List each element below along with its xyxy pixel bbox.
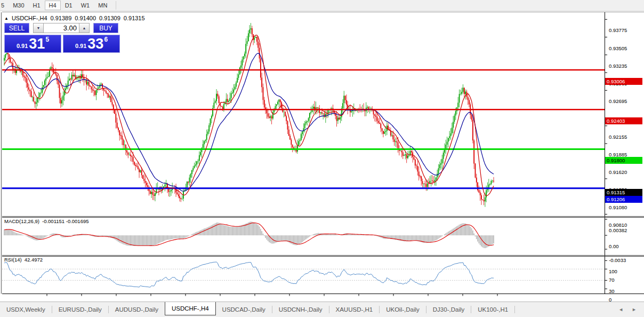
tab-usdchf-h4[interactable]: USDCHF-,H4	[165, 302, 216, 315]
macd-name: MACD(12,26,9)	[4, 218, 39, 224]
timeframe-mn-button[interactable]: MN	[94, 1, 111, 10]
price-tick-label: 0.93505	[609, 45, 627, 51]
rsi-tick-label: 30	[609, 288, 615, 294]
price-tick-label: 0.93775	[609, 27, 627, 33]
price-tick-label: 0.92155	[609, 134, 627, 140]
tabs-scroll-left-icon[interactable]: ◄	[618, 307, 623, 312]
timeframe-h4-button[interactable]: H4	[45, 1, 61, 10]
chart-area[interactable]: ▲ USDCHF-,H4 0.91389 0.91400 0.91309 0.9…	[0, 11, 644, 302]
tab-dj30-daily[interactable]: DJ30-,Daily	[426, 302, 471, 317]
chart-symbol-label: USDCHF-,H4	[12, 15, 47, 21]
timeframe-h1-button[interactable]: H1	[29, 1, 45, 10]
macd-pane-label: MACD(12,26,9) -0.001151 -0.001695	[4, 218, 89, 224]
price-tick-label: 0.91080	[609, 204, 627, 210]
tabs-scroll-right-icon[interactable]: ►	[632, 307, 637, 312]
timeframe-w1-button[interactable]: W1	[77, 1, 94, 10]
tab-audusd-daily[interactable]: AUDUSD-,Daily	[109, 302, 165, 317]
trading-platform-window: 5 M30 H1 H4 D1 W1 MN ▲ USDCHF-,H4 0.9138…	[0, 0, 644, 317]
timeframe-d1-button[interactable]: D1	[61, 1, 77, 10]
tab-ukoil-daily[interactable]: UKOil-,Daily	[380, 302, 426, 317]
price-level-badge: 0.91315	[605, 189, 642, 196]
sell-price-pips: 31	[29, 37, 45, 51]
ohlc-high: 0.91400	[75, 15, 96, 21]
rsi-name: RSI(14)	[4, 257, 22, 263]
price-level-badge: 0.93006	[605, 78, 642, 85]
price-tick-label: 0.91620	[609, 169, 627, 175]
rsi-value: 42.4972	[25, 257, 43, 263]
buy-button[interactable]: BUY	[93, 23, 118, 33]
tab-usdx-weekly[interactable]: USDX,Weekly	[0, 302, 52, 317]
macd-values: -0.001151 -0.001695	[42, 218, 89, 224]
tab-eurusd-daily[interactable]: EURUSD-,Daily	[52, 302, 108, 317]
toolbar-separator	[116, 1, 116, 10]
price-level-badge: 0.91800	[605, 157, 642, 164]
buy-price-prefix: 0.91	[75, 43, 86, 49]
ohlc-open: 0.91389	[51, 15, 72, 21]
price-level-badge: 0.91206	[605, 196, 642, 203]
one-click-trade-panel: SELL ▼ 3.00 ▲ BUY 0.91 31 5 0	[4, 23, 122, 53]
tab-usdcad-daily[interactable]: USDCAD-,Daily	[216, 302, 272, 317]
rsi-tick-label: 100	[609, 268, 617, 274]
buy-price-pips: 33	[87, 37, 103, 51]
price-tick-label: 0.92695	[609, 98, 627, 104]
tab-usdcnh-daily[interactable]: USDCNH-,Daily	[272, 302, 329, 317]
price-level-badge: 0.92403	[605, 117, 642, 124]
rsi-pane-label: RSI(14) 42.4972	[4, 257, 43, 263]
tab-xauusd-h1[interactable]: XAUUSD-,H1	[329, 302, 380, 317]
macd-tick-label: 0.00382	[609, 227, 627, 233]
price-chart-canvas[interactable]	[0, 11, 644, 302]
rsi-tick-label: 70	[609, 277, 615, 283]
buy-price-point: 6	[104, 36, 108, 43]
timeframe-m30-button[interactable]: M30	[9, 1, 28, 10]
sell-price-point: 5	[45, 36, 49, 43]
buy-price-button[interactable]: 0.91 33 6	[63, 35, 120, 53]
symbol-up-triangle-icon: ▲	[4, 16, 9, 21]
tab-uk100-h1[interactable]: UK100-,H1	[471, 302, 514, 317]
macd-tick-label: 0.00	[609, 243, 619, 249]
ohlc-close: 0.91315	[124, 15, 145, 21]
volume-input[interactable]: 3.00	[44, 23, 79, 33]
volume-decrease-button[interactable]: ▼	[33, 23, 44, 33]
arrow-down-icon: ▼	[37, 26, 41, 30]
price-tick-label: 0.93235	[609, 63, 627, 69]
chart-ohlc-header: ▲ USDCHF-,H4 0.91389 0.91400 0.91309 0.9…	[4, 15, 145, 21]
timeframe-m5-button[interactable]: 5	[0, 1, 9, 10]
timeframe-toolbar: 5 M30 H1 H4 D1 W1 MN	[0, 0, 644, 11]
volume-increase-button[interactable]: ▲	[79, 23, 90, 33]
sell-price-prefix: 0.91	[17, 43, 28, 49]
sell-price-button[interactable]: 0.91 31 5	[4, 35, 61, 53]
sell-button[interactable]: SELL	[4, 23, 29, 33]
arrow-up-icon: ▲	[83, 26, 86, 30]
macd-tick-label: -0.0033	[609, 257, 626, 263]
chart-tabbar: USDX,Weekly EURUSD-,Daily AUDUSD-,Daily …	[0, 302, 644, 317]
ohlc-low: 0.91309	[99, 15, 120, 21]
